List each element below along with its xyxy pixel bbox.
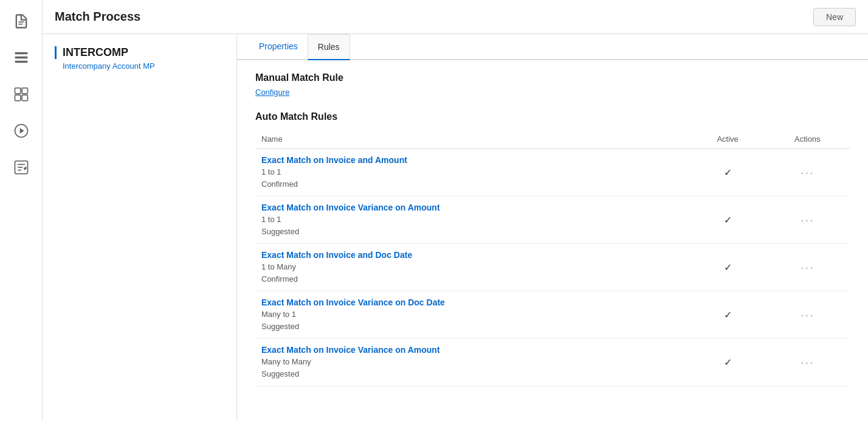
sidebar-item-document[interactable] [6,6,36,37]
col-header-active: Active [691,130,765,149]
svg-rect-6 [22,88,27,94]
tab-rules[interactable]: Rules [308,34,350,60]
rule-status: Suggested [261,368,684,380]
rule-ratio: 1 to 1 [261,214,684,226]
more-actions-icon[interactable]: ··· [801,260,815,274]
rule-actions-cell[interactable]: ··· [765,197,850,244]
svg-rect-2 [15,52,27,55]
rule-actions-cell[interactable]: ··· [765,291,850,339]
checkmark-icon: ✓ [724,310,732,320]
sidebar-item-editlist[interactable] [6,152,36,183]
page-title: Match Process [55,10,140,24]
checkmark-icon: ✓ [724,215,732,225]
rule-ratio: Many to Many [261,356,684,368]
rule-name[interactable]: Exact Match on Invoice and Doc Date [261,250,684,260]
configure-link[interactable]: Configure [255,88,289,97]
entity-name: Intercompany Account MP [55,61,224,71]
checkmark-icon: ✓ [724,167,732,178]
rule-ratio: Many to 1 [261,308,684,321]
sidebar-item-grid[interactable] [6,79,36,110]
auto-match-title: Auto Match Rules [255,111,850,122]
rule-active-cell: ✓ [691,244,765,291]
more-actions-icon[interactable]: ··· [801,165,815,179]
rules-table: Name Active Actions Exact Match on Invoi… [255,130,850,386]
rule-status: Suggested [261,321,684,333]
checkmark-icon: ✓ [724,262,732,273]
rule-active-cell: ✓ [691,291,765,339]
col-header-actions: Actions [765,130,850,149]
table-row: Exact Match on Invoice and Doc Date 1 to… [255,244,850,291]
rule-active-cell: ✓ [691,149,765,197]
checkmark-icon: ✓ [724,357,732,367]
rule-name[interactable]: Exact Match on Invoice Variance on Amoun… [261,345,684,355]
sidebar-item-cursor[interactable] [6,116,36,146]
rule-ratio: 1 to 1 [261,166,684,178]
sidebar-item-list[interactable] [6,43,36,73]
more-actions-icon[interactable]: ··· [801,308,815,321]
sidebar [0,0,43,421]
table-row: Exact Match on Invoice and Amount 1 to 1… [255,149,850,197]
svg-rect-7 [15,95,20,100]
svg-rect-5 [15,88,20,94]
tab-properties[interactable]: Properties [249,34,308,60]
table-row: Exact Match on Invoice Variance on Doc D… [255,291,850,339]
more-actions-icon[interactable]: ··· [801,355,815,369]
svg-rect-8 [22,95,27,100]
rule-status: Confirmed [261,273,684,285]
rule-name[interactable]: Exact Match on Invoice Variance on Doc D… [261,297,684,307]
main-content: Match Process New INTERCOMP Intercompany… [43,0,868,421]
rule-actions-cell[interactable]: ··· [765,244,850,291]
rule-actions-cell[interactable]: ··· [765,339,850,386]
more-actions-icon[interactable]: ··· [801,213,815,226]
entity-code: INTERCOMP [55,46,224,59]
left-panel: INTERCOMP Intercompany Account MP [43,34,237,421]
rules-content: Manual Match Rule Configure Auto Match R… [237,60,868,398]
new-button[interactable]: New [813,8,856,26]
tab-bar: Properties Rules [237,34,868,60]
rule-status: Confirmed [261,178,684,190]
body-layout: INTERCOMP Intercompany Account MP Proper… [43,34,868,421]
rule-name[interactable]: Exact Match on Invoice and Amount [261,155,684,165]
manual-match-title: Manual Match Rule [255,72,850,83]
rule-ratio: 1 to Many [261,261,684,273]
svg-rect-4 [15,61,27,63]
col-header-name: Name [255,130,691,149]
svg-rect-3 [15,57,27,59]
rule-active-cell: ✓ [691,197,765,244]
table-row: Exact Match on Invoice Variance on Amoun… [255,197,850,244]
table-row: Exact Match on Invoice Variance on Amoun… [255,339,850,386]
page-header: Match Process New [43,0,868,34]
rule-active-cell: ✓ [691,339,765,386]
right-panel: Properties Rules Manual Match Rule Confi… [237,34,868,421]
rule-status: Suggested [261,226,684,238]
rule-actions-cell[interactable]: ··· [765,149,850,197]
rule-name[interactable]: Exact Match on Invoice Variance on Amoun… [261,203,684,212]
